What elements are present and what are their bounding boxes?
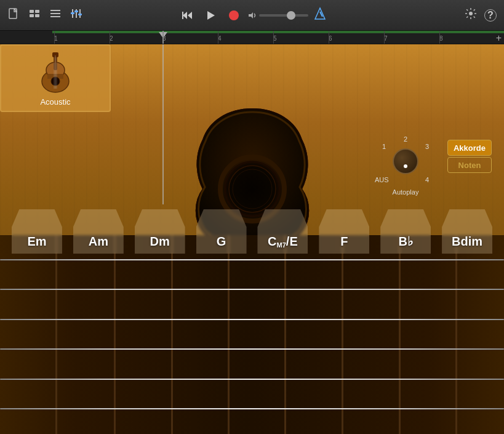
akkorde-button[interactable]: Akkorde: [447, 140, 492, 156]
svg-marker-19: [315, 8, 325, 19]
svg-rect-7: [50, 16, 60, 17]
svg-rect-3: [30, 14, 34, 17]
ruler-line-1: [54, 31, 55, 44]
toolbar-center: [178, 6, 327, 25]
fret-line-3: [171, 235, 173, 434]
string-5: [0, 379, 504, 380]
svg-rect-13: [78, 14, 82, 15]
autoplay-area: AUS 1 2 3 4 Autoplay: [381, 137, 430, 196]
ruler-line-7: [384, 31, 385, 44]
play-button[interactable]: [201, 6, 220, 25]
knob-indicator-dot: [404, 164, 407, 168]
chord-button-am[interactable]: Am: [73, 209, 124, 254]
svg-marker-16: [188, 12, 192, 19]
svg-rect-11: [71, 12, 74, 14]
svg-rect-6: [50, 13, 60, 14]
volume-slider-thumb[interactable]: [287, 11, 295, 20]
svg-rect-4: [35, 14, 39, 17]
metronome-icon[interactable]: [313, 7, 327, 23]
svg-rect-12: [74, 10, 78, 12]
volume-slider-track[interactable]: [259, 14, 308, 17]
gear-icon[interactable]: [465, 7, 477, 23]
fret-line-2: [114, 235, 116, 434]
ruler-line-2: [110, 31, 110, 44]
timeline-ruler: 1 2 3 4 5 6 7 8 +: [0, 31, 504, 44]
fret-line-8: [455, 235, 457, 434]
svg-rect-2: [35, 10, 39, 13]
svg-marker-18: [249, 12, 253, 18]
add-track-button[interactable]: +: [496, 33, 502, 44]
main-content: Acoustic: [0, 44, 504, 434]
chords-area: Em Am Dm G CM7/E F B♭ Bdim: [0, 204, 504, 254]
mode-buttons: Akkorde Noten: [447, 140, 492, 173]
string-2: [0, 289, 504, 290]
track-header[interactable]: Acoustic: [0, 44, 111, 112]
fret-line-4: [228, 235, 230, 434]
chord-button-cm7e[interactable]: CM7/E: [257, 209, 308, 254]
ruler-inner: 1 2 3 4 5 6 7 8 +: [0, 31, 504, 44]
svg-marker-14: [183, 12, 187, 19]
ruler-line-8: [439, 31, 440, 44]
autoplay-1-label: 1: [382, 143, 386, 150]
chord-button-bb[interactable]: B♭: [380, 209, 431, 254]
string-1: [0, 259, 504, 260]
ruler-line-5: [273, 31, 274, 44]
svg-rect-1: [30, 10, 34, 13]
string-6: [0, 408, 504, 409]
string-4: [0, 348, 504, 350]
autoplay-3-label: 3: [425, 143, 429, 150]
chord-button-dm[interactable]: Dm: [135, 209, 185, 254]
autoplay-2-label: 2: [404, 135, 407, 143]
help-icon[interactable]: ?: [484, 9, 497, 22]
chord-button-em[interactable]: Em: [12, 209, 62, 254]
svg-rect-15: [182, 12, 183, 19]
track-icon-wrap: [34, 50, 77, 94]
chord-button-bdim[interactable]: Bdim: [442, 209, 492, 254]
chord-button-g[interactable]: G: [196, 209, 247, 254]
autoplay-label: Autoplay: [393, 188, 419, 196]
green-bar: [52, 31, 504, 33]
mixer-icon[interactable]: [70, 7, 82, 23]
fret-line-1: [55, 235, 57, 434]
new-file-icon[interactable]: [7, 7, 20, 23]
svg-marker-17: [207, 11, 215, 20]
svg-rect-5: [50, 10, 60, 11]
track-name: Acoustic: [40, 97, 70, 106]
toolbar: ?: [0, 0, 504, 31]
chord-button-f[interactable]: F: [319, 209, 369, 254]
acoustic-guitar-icon: [34, 50, 77, 94]
ruler-line-4: [218, 31, 218, 44]
playhead: [162, 31, 164, 44]
fret-line-5: [284, 235, 286, 434]
toolbar-right: ?: [465, 7, 497, 23]
fretboard: [0, 235, 504, 434]
autoplay-4-label: 4: [425, 176, 429, 183]
noten-button[interactable]: Noten: [447, 157, 492, 173]
ruler-line-6: [329, 31, 329, 44]
fret-line-6: [342, 235, 343, 434]
string-3: [0, 319, 504, 320]
svg-point-21: [469, 12, 473, 15]
autoplay-knob-wrap: AUS 1 2 3 4: [381, 137, 430, 186]
record-button[interactable]: [225, 6, 243, 25]
rewind-button[interactable]: [178, 6, 196, 25]
tracks-icon[interactable]: [28, 7, 41, 23]
list-icon[interactable]: [49, 7, 62, 23]
volume-control[interactable]: [248, 11, 308, 20]
record-dot: [229, 10, 239, 20]
fret-line-7: [399, 235, 401, 434]
autoplay-knob[interactable]: [393, 148, 418, 174]
